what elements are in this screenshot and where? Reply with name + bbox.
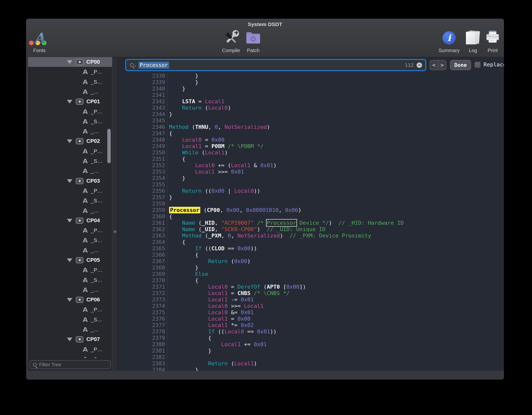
code-line: 2366 { xyxy=(118,252,504,258)
replace-label[interactable]: Replace xyxy=(484,61,504,68)
code-line: 2351 { xyxy=(118,156,504,162)
find-next-button[interactable]: > xyxy=(438,60,446,70)
method-icon: A xyxy=(83,128,88,134)
replace-checkbox[interactable] xyxy=(474,62,481,68)
info-icon: i xyxy=(442,31,456,44)
clear-search-icon[interactable]: ✕ xyxy=(417,62,422,68)
tree-item-label: _P… xyxy=(91,148,105,154)
tree-item-label: _P… xyxy=(91,267,105,273)
disclosure-triangle-icon[interactable] xyxy=(67,179,72,183)
tree-row-S[interactable]: A_S… xyxy=(28,275,112,285)
tree-row-S[interactable]: A_S… xyxy=(28,354,112,358)
code-line: 2362 Name (_UID, "SCK0-CP00") // _UID: U… xyxy=(118,226,504,233)
code-line: 2374 Local0 >>= Local1 xyxy=(118,303,504,309)
code-line: 2356 Return ((0x00 | Local0)) xyxy=(118,188,504,194)
method-icon: A xyxy=(83,188,88,194)
tree-row-[interactable]: A_… xyxy=(28,206,112,216)
code-editor[interactable]: 2338 }2339 }2340 }23412342 LSTA = Local1… xyxy=(118,57,504,371)
code-line: 2380 Local1 += 0x01 xyxy=(118,341,504,348)
tree-row-[interactable]: A_… xyxy=(28,126,112,136)
disclosure-triangle-icon[interactable] xyxy=(67,298,72,302)
tree-item-label: _P… xyxy=(91,346,105,352)
fonts-button[interactable]: A Fonts xyxy=(26,30,54,53)
processor-scope-icon xyxy=(76,99,83,105)
tree-item-label: _P… xyxy=(91,69,105,75)
patch-button[interactable]: ⚙ Patch xyxy=(238,30,268,53)
tree-row-P[interactable]: A_P… xyxy=(28,107,112,117)
tree-row-CP02[interactable]: CP02 xyxy=(28,136,112,146)
tree-row-P[interactable]: A_P… xyxy=(28,265,112,275)
tree-item-label: _S… xyxy=(91,317,105,323)
tree-row-S[interactable]: A_S… xyxy=(28,117,112,126)
print-label: Print xyxy=(478,48,504,53)
line-number: 2355 xyxy=(118,181,165,188)
tree-row-S[interactable]: A_S… xyxy=(28,315,112,325)
tree-row-CP04[interactable]: CP04 xyxy=(28,216,112,225)
fonts-label: Fonts xyxy=(26,48,54,53)
disclosure-triangle-icon[interactable] xyxy=(67,219,72,222)
chevron-down-icon[interactable]: ▾ xyxy=(134,64,136,68)
tree-item-label: _S… xyxy=(91,356,105,358)
filter-placeholder: Filter Tree xyxy=(39,362,61,368)
tree-row-[interactable]: A_… xyxy=(28,325,112,334)
line-number: 2358 xyxy=(118,201,165,207)
method-icon: A xyxy=(83,356,88,358)
disclosure-triangle-icon[interactable] xyxy=(67,338,72,341)
tree-item-label: CP05 xyxy=(86,257,105,263)
code-line: 2373 Local1 -= 0x01 xyxy=(118,296,504,303)
print-button[interactable]: Print xyxy=(478,30,504,53)
splitter-handle-icon[interactable] xyxy=(114,230,116,233)
tree-row-P[interactable]: A_P… xyxy=(28,344,112,354)
tree-row-CP07[interactable]: CP07 xyxy=(28,334,112,344)
tree-row-CP05[interactable]: CP05 xyxy=(28,255,112,265)
done-button[interactable]: Done xyxy=(450,60,471,70)
pane-splitter[interactable] xyxy=(112,57,118,371)
tree-item-label: CP03 xyxy=(86,178,105,184)
processor-scope-icon xyxy=(76,336,83,342)
tree-item-label: _S… xyxy=(91,237,105,243)
find-query-text: Processor xyxy=(139,62,169,69)
tree-row-P[interactable]: A_P… xyxy=(28,146,112,156)
tree-row-CP00[interactable]: CP00 xyxy=(28,57,112,67)
tree-row-P[interactable]: A_P… xyxy=(28,225,112,235)
tree-item-label: _… xyxy=(91,208,105,214)
search-icon xyxy=(33,363,37,367)
tree-row-[interactable]: A_… xyxy=(28,285,112,295)
tree-row-S[interactable]: A_S… xyxy=(28,156,112,166)
tree-item-label: CP06 xyxy=(86,296,105,303)
tree-item-label: _… xyxy=(91,247,105,253)
code-line: 2346 Method (THNU, 0, NotSerialized) xyxy=(118,124,504,130)
search-icon xyxy=(130,63,134,67)
find-previous-button[interactable]: < xyxy=(430,60,438,70)
fonts-icon: A xyxy=(34,31,45,45)
disclosure-triangle-icon[interactable] xyxy=(67,60,72,64)
code-line: 2352 Local0 += (Local1 & 0x01) xyxy=(118,162,504,169)
tree-row-P[interactable]: A_P… xyxy=(28,186,112,196)
tree-row-S[interactable]: A_S… xyxy=(28,196,112,206)
tree-row-CP01[interactable]: CP01 xyxy=(28,97,112,106)
tree-row-S[interactable]: A_S… xyxy=(28,77,112,87)
disclosure-triangle-icon[interactable] xyxy=(67,100,72,104)
method-icon: A xyxy=(83,227,88,234)
code-line: 2368 } xyxy=(118,265,504,271)
tree-row-[interactable]: A_… xyxy=(28,87,112,97)
tree-row-CP06[interactable]: CP06 xyxy=(28,295,112,305)
line-number: 2341 xyxy=(118,92,165,98)
code-line: 2375 Local0 &= 0x01 xyxy=(118,309,504,316)
code-line: 2348 Local0 = 0x00 xyxy=(118,137,504,143)
tree-row-[interactable]: A_… xyxy=(28,245,112,255)
disclosure-triangle-icon[interactable] xyxy=(67,139,72,143)
code-line: 2350 While (Local1) xyxy=(118,149,504,156)
tree-row-[interactable]: A_… xyxy=(28,166,112,176)
tree-row-P[interactable]: A_P… xyxy=(28,67,112,77)
tree-item-label: _P… xyxy=(91,188,105,194)
tree-row-P[interactable]: A_P… xyxy=(28,305,112,314)
find-input[interactable]: ▾ Processor 112 ✕ xyxy=(126,60,425,70)
tree-row-S[interactable]: A_S… xyxy=(28,235,112,245)
tree-item-label: CP01 xyxy=(86,98,105,105)
filter-tree-input[interactable]: Filter Tree xyxy=(30,360,111,369)
sidebar-scrollbar-thumb[interactable] xyxy=(107,129,111,163)
code-line: 2338 } xyxy=(118,73,504,79)
tree-row-CP03[interactable]: CP03 xyxy=(28,176,112,186)
disclosure-triangle-icon[interactable] xyxy=(67,258,72,262)
